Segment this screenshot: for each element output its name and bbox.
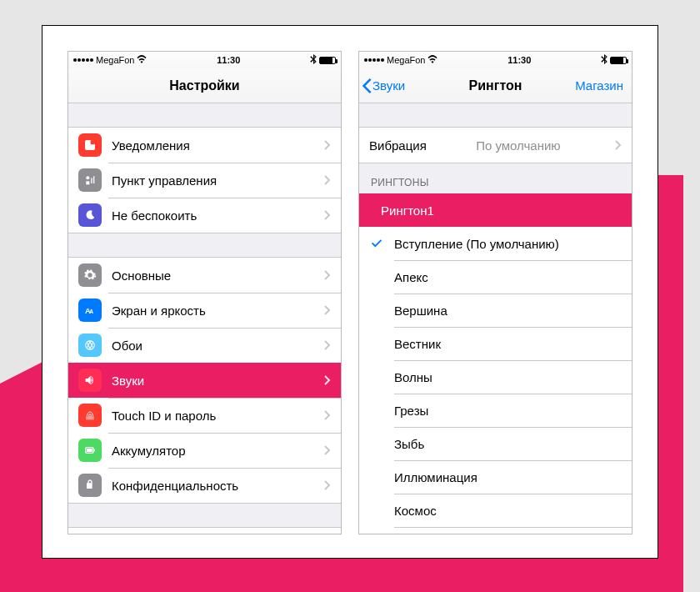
ringtone-row[interactable]: Вступление (По умолчанию) <box>359 227 632 260</box>
wifi-icon <box>428 55 438 65</box>
settings-row-label: Основные <box>112 268 171 283</box>
settings-row-display[interactable]: AAЭкран и яркость <box>68 293 341 328</box>
chevron-right-icon <box>324 410 331 420</box>
notifications-icon <box>78 133 102 157</box>
chevron-right-icon <box>324 445 331 455</box>
ringtone-row[interactable]: Вершина <box>359 293 632 327</box>
ringtone-label: Иллюминация <box>394 470 478 484</box>
ringtone-label: Волны <box>394 370 432 384</box>
settings-content[interactable]: УведомленияПункт управленияНе беспокоить… <box>68 103 341 534</box>
chevron-right-icon <box>324 480 331 490</box>
chevron-right-icon <box>324 270 331 280</box>
bluetooth-icon <box>601 54 608 66</box>
svg-rect-5 <box>93 176 94 183</box>
ringtone-row[interactable]: Зыбь <box>359 427 632 460</box>
ringtone-row[interactable]: Грезы <box>359 394 632 427</box>
settings-row-label: Не беспокоить <box>112 208 197 223</box>
status-bar: MegaFon 11:30 <box>68 52 341 68</box>
ringtone-label: Рингтон1 <box>381 203 434 218</box>
chevron-right-icon <box>324 305 331 315</box>
svg-rect-1 <box>91 140 95 144</box>
ringtone-row[interactable]: Апекс <box>359 260 632 293</box>
svg-rect-4 <box>91 178 92 183</box>
privacy-icon <box>78 474 102 497</box>
svg-rect-3 <box>86 181 89 184</box>
svg-rect-12 <box>87 449 92 452</box>
ringtone-row[interactable]: Вестник <box>359 327 632 360</box>
status-time: 11:30 <box>217 55 240 65</box>
carrier-label: MegaFon <box>96 55 134 65</box>
wifi-icon <box>137 55 147 65</box>
carrier-label: MegaFon <box>387 55 425 65</box>
settings-row-sounds[interactable]: Звуки <box>68 363 341 398</box>
settings-row-label: Аккумулятор <box>112 444 186 458</box>
chevron-right-icon <box>324 375 331 385</box>
battery-icon <box>78 439 102 462</box>
nav-bar: Настройки <box>68 68 341 103</box>
settings-row-notifications[interactable]: Уведомления <box>68 128 341 163</box>
status-bar: MegaFon 11:30 <box>359 52 632 68</box>
battery-icon <box>610 57 627 64</box>
display-icon: AA <box>78 299 102 322</box>
ringtone-row[interactable]: Кристаллы <box>359 527 632 534</box>
store-button[interactable]: Магазин <box>575 68 623 103</box>
settings-row-do-not-disturb[interactable]: Не беспокоить <box>68 198 341 233</box>
chevron-right-icon <box>324 340 331 350</box>
general-icon <box>78 263 102 287</box>
back-label: Звуки <box>372 78 405 93</box>
settings-row-control-center[interactable]: Пункт управления <box>68 163 341 198</box>
settings-row-label: Обои <box>112 339 142 353</box>
touchid-icon <box>78 404 102 427</box>
do-not-disturb-icon <box>78 203 102 227</box>
svg-point-2 <box>86 176 89 179</box>
page-title: Настройки <box>169 78 239 93</box>
ringtones-header: РИНГТОНЫ <box>359 163 632 193</box>
ringtone-row[interactable]: Рингтон1 <box>359 193 632 227</box>
vibration-label: Вибрация <box>369 138 427 153</box>
ringtone-content[interactable]: Вибрация По умолчанию РИНГТОНЫ Рингтон1В… <box>359 103 632 534</box>
ringtone-label: Космос <box>394 504 437 518</box>
chevron-right-icon <box>324 175 331 185</box>
settings-row-label: Пункт управления <box>112 173 217 188</box>
bluetooth-icon <box>310 54 317 66</box>
settings-row-label: Конфиденциальность <box>112 479 238 493</box>
chevron-right-icon <box>615 140 622 150</box>
ringtone-label: Вестник <box>394 337 441 351</box>
settings-row-general[interactable]: Основные <box>68 258 341 293</box>
sounds-icon <box>78 369 102 392</box>
phone-ringtone: MegaFon 11:30 Звуки Рингтон Магазин <box>358 51 632 534</box>
settings-row-wallpaper[interactable]: Обои <box>68 328 341 363</box>
chevron-right-icon <box>324 140 331 150</box>
wallpaper-icon <box>78 334 102 357</box>
status-time: 11:30 <box>508 55 531 65</box>
settings-row-battery[interactable]: Аккумулятор <box>68 433 341 468</box>
signal-dots-icon <box>73 58 93 62</box>
signal-dots-icon <box>364 58 384 62</box>
settings-row-label: Touch ID и пароль <box>112 409 216 423</box>
ringtone-label: Зыбь <box>394 437 424 451</box>
control-center-icon <box>78 168 102 192</box>
ringtone-label: Вступление (По умолчанию) <box>394 237 559 251</box>
ringtone-row[interactable]: Иллюминация <box>359 460 632 494</box>
ringtone-label: Вершина <box>394 304 448 318</box>
settings-row-touchid[interactable]: Touch ID и пароль <box>68 398 341 433</box>
ringtone-label: Грезы <box>394 404 428 418</box>
chevron-right-icon <box>324 210 331 220</box>
vibration-row[interactable]: Вибрация По умолчанию <box>359 128 632 163</box>
settings-row-label: Экран и яркость <box>112 304 206 318</box>
battery-icon <box>319 57 336 64</box>
vibration-value: По умолчанию <box>476 138 560 153</box>
page-title: Рингтон <box>469 78 522 93</box>
ringtone-row[interactable]: Космос <box>359 494 632 527</box>
nav-bar: Звуки Рингтон Магазин <box>359 68 632 103</box>
back-button[interactable]: Звуки <box>362 68 405 103</box>
settings-row-icloud[interactable]: iCloud mick.sid85@gmail.com <box>68 528 341 534</box>
ringtone-label: Апекс <box>394 270 428 284</box>
checkmark-icon <box>371 238 388 249</box>
svg-rect-13 <box>94 449 95 452</box>
ringtone-row[interactable]: Волны <box>359 360 632 394</box>
settings-row-privacy[interactable]: Конфиденциальность <box>68 468 341 503</box>
phone-settings: MegaFon 11:30 Настройки УведомленияПункт… <box>68 51 342 534</box>
settings-row-label: Звуки <box>112 374 144 388</box>
svg-text:A: A <box>89 309 93 314</box>
